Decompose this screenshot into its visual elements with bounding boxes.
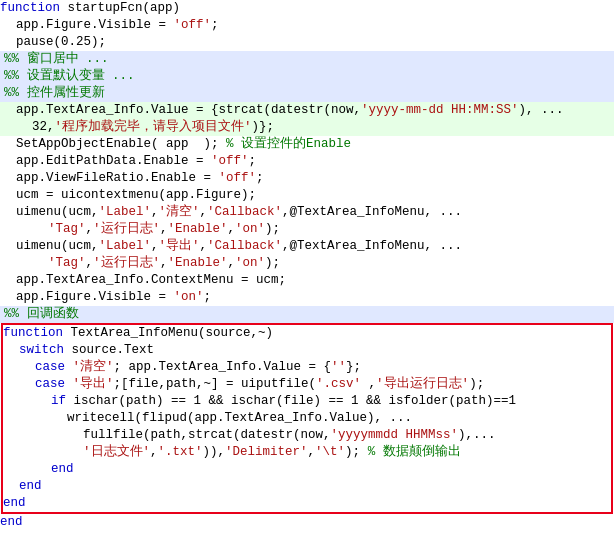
section-defaults: %% 设置默认变量 ... xyxy=(0,68,614,85)
section-callback: %% 回调函数 xyxy=(0,306,614,323)
line-end-main: end xyxy=(0,514,614,531)
section-window: %% 窗口居中 ... xyxy=(0,51,614,68)
line-viewfile: app.ViewFileRatio.Enable = 'off'; xyxy=(0,170,614,187)
line-case-export: case '导出';[file,path,~] = uiputfile('.cs… xyxy=(3,376,611,393)
line-green-2: 32,'程序加载完毕，请导入项目文件')}; xyxy=(0,119,614,136)
line-writecell: writecell(flipud(app.TextArea_Info.Value… xyxy=(3,410,611,427)
line-1: function startupFcn(app) xyxy=(0,0,614,17)
line-visible-on: app.Figure.Visible = 'on'; xyxy=(0,289,614,306)
line-switch: switch source.Text xyxy=(3,342,611,359)
line-end-switch: end xyxy=(3,478,611,495)
code-editor: function startupFcn(app) app.Figure.Visi… xyxy=(0,0,614,557)
line-case-clear: case '清空'; app.TextArea_Info.Value = {''… xyxy=(3,359,611,376)
line-if-ischar: if ischar(path) == 1 && ischar(file) == … xyxy=(3,393,611,410)
line-fullfile1: fullfile(path,strcat(datestr(now,'yyyymm… xyxy=(3,427,611,444)
red-box: function TextArea_InfoMenu(source,~) swi… xyxy=(1,323,613,514)
line-contextmenu: app.TextArea_Info.ContextMenu = ucm; xyxy=(0,272,614,289)
line-fn-textarea: function TextArea_InfoMenu(source,~) xyxy=(3,325,611,342)
line-fullfile2: '日志文件','.txt')),'Delimiter','\t'); % 数据颠… xyxy=(3,444,611,461)
line-uimenu1b: 'Tag','运行日志','Enable','on'); xyxy=(0,221,614,238)
line-uimenu2a: uimenu(ucm,'Label','导出','Callback',@Text… xyxy=(0,238,614,255)
line-uimenu1a: uimenu(ucm,'Label','清空','Callback',@Text… xyxy=(0,204,614,221)
keyword-function: function xyxy=(0,0,68,17)
line-uimenu2b: 'Tag','运行日志','Enable','on'); xyxy=(0,255,614,272)
section-props: %% 控件属性更新 xyxy=(0,85,614,102)
line-set-enable: SetAppObjectEnable( app ); % 设置控件的Enable xyxy=(0,136,614,153)
line-3: pause(0.25); xyxy=(0,34,614,51)
line-green-1: app.TextArea_Info.Value = {strcat(datest… xyxy=(0,102,614,119)
line-2: app.Figure.Visible = 'off'; xyxy=(0,17,614,34)
line-end-fn: end xyxy=(3,495,611,512)
line-end-if: end xyxy=(3,461,611,478)
fn-name: startupFcn(app) xyxy=(68,0,181,17)
line-ucm: ucm = uicontextmenu(app.Figure); xyxy=(0,187,614,204)
line-editpath: app.EditPathData.Enable = 'off'; xyxy=(0,153,614,170)
